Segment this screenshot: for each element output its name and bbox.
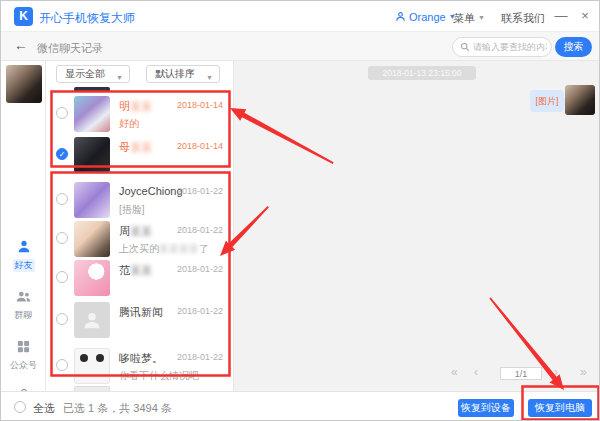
select-all-label[interactable]: 全选 — [33, 401, 55, 416]
avatar — [74, 348, 110, 384]
search-box — [452, 37, 552, 57]
user-icon — [395, 11, 406, 24]
app-logo: K — [14, 7, 33, 26]
list-item[interactable]: 腾讯新闻 2018-01-22 — [46, 302, 234, 338]
chat-list-panel: 显示全部▼ 默认排序▼ 明某某 2018-01-14 好的 ✓ 母某某 2018… — [46, 61, 234, 391]
menu-dropdown[interactable]: 菜单▼ — [453, 11, 485, 26]
page-next-button[interactable]: › — [554, 365, 558, 379]
list-item[interactable]: ✓ 母某某 2018-01-14 — [46, 137, 234, 173]
page-indicator[interactable]: 1/1 — [500, 367, 542, 380]
avatar — [74, 221, 110, 257]
avatar — [74, 182, 110, 218]
row-date: 2018-01-14 — [177, 100, 223, 110]
sidebar: 好友 群聊 公众号 未知好友 — [1, 61, 46, 391]
row-date: 2018-01-22 — [177, 352, 223, 362]
row-checkbox[interactable] — [56, 232, 68, 244]
toolbar: ← 微信聊天记录 搜索 — [1, 32, 600, 61]
contact-name: 母 — [119, 141, 130, 153]
page-last-button[interactable]: » — [580, 365, 587, 379]
sidebar-item-groups[interactable]: 群聊 — [1, 289, 46, 322]
page-prev-button[interactable]: ‹ — [474, 365, 478, 379]
chat-message-panel: 2018-01-13 23:15:00 [图片] « ‹ 1/1 › » — [234, 61, 600, 391]
chevron-down-icon: ▼ — [478, 14, 485, 21]
contact-name: 哆啦梦。 — [119, 351, 163, 366]
row-date: 2018-01-22 — [177, 225, 223, 235]
close-button[interactable]: × — [577, 8, 593, 23]
row-checkbox[interactable] — [56, 193, 68, 205]
row-checkbox-checked[interactable]: ✓ — [56, 148, 68, 160]
filter-dropdown[interactable]: 显示全部▼ — [56, 65, 130, 83]
breadcrumb: 微信聊天记录 — [37, 41, 103, 56]
row-message: 上次买的某某某某了 — [119, 242, 209, 256]
row-date: 2018-01-22 — [177, 186, 223, 196]
redacted-name: 某某 — [130, 141, 152, 153]
title-bar: K 开心手机恢复大师 Orange▼ 菜单▼ 联系我们 — × — [1, 1, 600, 32]
list-item[interactable]: 周某某 2018-01-22 上次买的某某某某了 — [46, 221, 234, 261]
list-item[interactable]: 哆啦梦。 2018-01-22 你看下什么情况吧 — [46, 348, 234, 388]
message-bubble: [图片] — [530, 90, 564, 112]
row-checkbox[interactable] — [56, 271, 68, 283]
avatar — [74, 96, 110, 132]
redacted-name: 某某 — [130, 100, 152, 112]
group-icon — [15, 289, 32, 304]
partially-scrolled-avatar — [74, 87, 110, 92]
contact-name: JoyceChiong — [119, 185, 183, 197]
contact-name: 腾讯新闻 — [119, 305, 163, 320]
minimize-button[interactable]: — — [553, 8, 569, 23]
person-icon — [16, 239, 32, 254]
avatar — [565, 85, 595, 115]
search-button[interactable]: 搜索 — [555, 37, 592, 57]
recover-to-computer-button[interactable]: 恢复到电脑 — [528, 399, 592, 417]
avatar — [6, 65, 42, 103]
list-item[interactable]: JoyceChiong 2018-01-22 [捂脸] — [46, 182, 234, 222]
row-checkbox[interactable] — [56, 359, 68, 371]
redacted-name: 某某 — [130, 225, 152, 237]
app-title: 开心手机恢复大师 — [39, 10, 135, 27]
sidebar-item-label: 群聊 — [15, 309, 33, 322]
sidebar-item-label: 好友 — [13, 259, 35, 272]
sidebar-item-official-accounts[interactable]: 公众号 — [1, 339, 46, 372]
search-input[interactable] — [473, 39, 547, 55]
contact-name: 周 — [119, 225, 130, 237]
avatar — [74, 260, 110, 296]
timestamp-pill: 2018-01-13 23:15:00 — [368, 66, 476, 80]
back-button[interactable]: ← — [14, 37, 28, 53]
chevron-down-icon: ▼ — [116, 70, 123, 86]
select-all-checkbox[interactable] — [14, 401, 26, 413]
list-item[interactable]: 明某某 2018-01-14 好的 — [46, 96, 234, 136]
user-menu[interactable]: Orange▼ — [409, 11, 456, 23]
recover-to-device-button[interactable]: 恢复到设备 — [458, 399, 514, 417]
row-date: 2018-01-22 — [177, 306, 223, 316]
row-checkbox[interactable] — [56, 107, 68, 119]
sidebar-item-friends[interactable]: 好友 — [1, 239, 46, 272]
row-date: 2018-01-14 — [177, 141, 223, 151]
row-message: 你看下什么情况吧 — [119, 369, 199, 383]
chevron-down-icon: ▼ — [206, 70, 213, 86]
contact-name: 范 — [119, 264, 130, 276]
selection-info: 已选 1 条，共 3494 条 — [63, 401, 172, 416]
row-date: 2018-01-22 — [177, 264, 223, 274]
avatar — [74, 137, 110, 173]
row-message: 好的 — [119, 117, 139, 131]
row-message: [捂脸] — [119, 203, 145, 217]
page-first-button[interactable]: « — [451, 365, 458, 379]
footer-bar: 全选 已选 1 条，共 3494 条 恢复到设备 恢复到电脑 — [1, 391, 600, 421]
sort-dropdown[interactable]: 默认排序▼ — [146, 65, 220, 83]
contact-us-link[interactable]: 联系我们 — [501, 11, 545, 26]
redacted-name: 某某 — [130, 264, 152, 276]
list-item[interactable]: 范某某 2018-01-22 — [46, 260, 234, 296]
app-window: K 开心手机恢复大师 Orange▼ 菜单▼ 联系我们 — × ← 微信聊天记录… — [0, 0, 600, 421]
grid-icon — [16, 339, 31, 354]
sidebar-item-label: 公众号 — [10, 359, 37, 372]
search-icon — [460, 42, 470, 52]
contact-name: 明 — [119, 100, 130, 112]
row-checkbox[interactable] — [56, 313, 68, 325]
avatar — [74, 302, 110, 338]
default-person-icon — [82, 309, 102, 331]
